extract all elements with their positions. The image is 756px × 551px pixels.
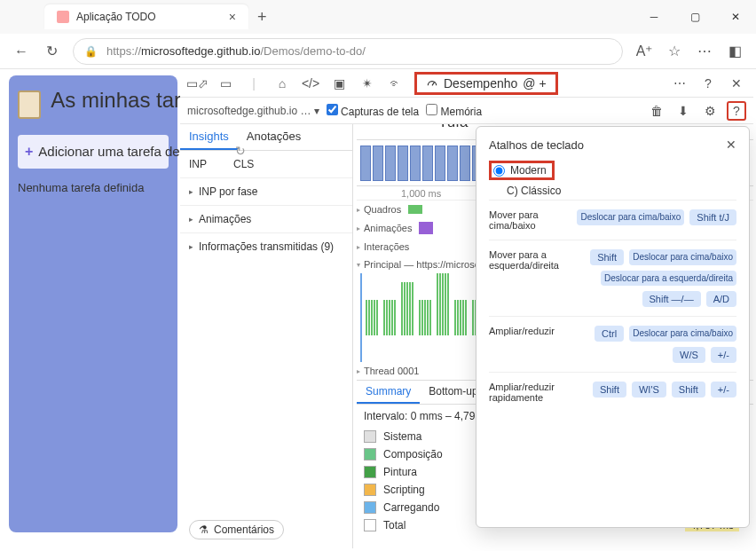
preset-classic[interactable]: C) Clássico xyxy=(489,182,736,200)
tab-summary[interactable]: Summary xyxy=(357,381,420,404)
window-titlebar: Aplicação TODO × + ─ ▢ ✕ xyxy=(0,0,756,34)
key-badge: Shift xyxy=(593,382,626,398)
reader-icon[interactable]: A⁺ xyxy=(635,43,653,60)
insight-inp-phase[interactable]: INP por fase xyxy=(180,177,352,205)
network-icon[interactable]: ᯤ xyxy=(386,74,406,93)
plus-icon: + xyxy=(25,144,33,159)
flask-icon: ⚗ xyxy=(199,523,209,536)
key-badge: Deslocar para cima/baixo xyxy=(577,209,684,225)
download-icon[interactable]: ⬇ xyxy=(673,101,693,121)
device-icon[interactable]: ▭ xyxy=(216,74,235,93)
shortcut-label: Mover para a esquerda/direita xyxy=(489,249,570,271)
tab-insights[interactable]: Insights xyxy=(180,124,238,150)
shortcut-section: Mover para cima/baixoDeslocar para cima/… xyxy=(489,200,736,240)
devtools-toolbar: ▭⬀ ▭ | ⌂ </> ▣ ✴ ᯤ Desempenho @ + ⋯ ? ✕ xyxy=(180,69,753,98)
shortcut-label: Ampliar/reduzir xyxy=(489,326,570,336)
preset-modern-radio[interactable] xyxy=(493,165,505,177)
insights-sidebar: Insights Anotações INP ↻ CLS INP por fas… xyxy=(180,124,353,548)
refresh-button[interactable]: ↻ xyxy=(43,43,60,60)
add-task-input[interactable]: +Adicionar uma tarefa de 16 mm xyxy=(18,135,169,169)
key-badge: Shift t/J xyxy=(689,209,736,225)
back-button[interactable]: ← xyxy=(12,43,30,60)
insight-transmitted[interactable]: Informações transmitidas (9) xyxy=(180,232,352,260)
shortcuts-help-button[interactable]: ? xyxy=(727,101,746,121)
metric-cls: CLS xyxy=(233,158,254,170)
key-badge: +/- xyxy=(711,347,736,363)
insights-tabs: Insights Anotações xyxy=(180,124,352,151)
preset-modern[interactable]: Modern xyxy=(489,161,555,180)
minimize-button[interactable]: ─ xyxy=(634,0,674,34)
key-badge: Shift xyxy=(590,249,624,265)
key-badge: Shift —/— xyxy=(642,291,701,307)
url-bar[interactable]: 🔒 https://microsoftedge.github.io/Demos/… xyxy=(73,38,623,65)
empty-state: Nenhuma tarefa definida xyxy=(18,181,169,194)
todo-app: As minhas tarefas +Adicionar uma tarefa … xyxy=(9,75,177,532)
shortcut-section: Ampliar/reduzirCtrlDeslocar para cima/ba… xyxy=(489,316,736,372)
lock-icon: 🔒 xyxy=(84,45,98,58)
key-badge: Ctrl xyxy=(595,326,624,342)
inspect-icon[interactable]: ▭⬀ xyxy=(187,74,207,93)
favorite-icon[interactable]: ☆ xyxy=(665,43,683,60)
shortcut-section: Ampliar/reduzir rapidamenteShiftWI'SShif… xyxy=(489,372,736,412)
key-badge: W/S xyxy=(673,347,705,363)
window-controls: ─ ▢ ✕ xyxy=(634,0,756,34)
close-window-button[interactable]: ✕ xyxy=(715,0,756,34)
settings-icon[interactable]: ⚙ xyxy=(700,101,720,121)
tab-title: Aplicação TODO xyxy=(76,11,222,23)
shortcut-label: Mover para cima/baixo xyxy=(489,209,570,231)
url-text: https://microsoftedge.github.io/Demos/de… xyxy=(106,44,366,58)
tab-close-icon[interactable]: × xyxy=(229,10,236,24)
comments-button[interactable]: ⚗ Comentários xyxy=(189,520,284,539)
key-badge: +/- xyxy=(711,382,736,398)
popup-title: Atalhos de teclado xyxy=(489,138,584,152)
console-icon[interactable]: ▣ xyxy=(329,74,349,93)
clipboard-icon xyxy=(18,91,41,119)
metrics-row: INP ↻ CLS xyxy=(180,151,352,177)
maximize-button[interactable]: ▢ xyxy=(674,0,715,34)
tab-annotations[interactable]: Anotações xyxy=(238,124,310,150)
shortcut-label: Ampliar/reduzir rapidamente xyxy=(489,382,586,403)
gauge-icon xyxy=(426,77,438,90)
help-icon[interactable]: ? xyxy=(698,74,718,93)
more-icon[interactable]: ⋯ xyxy=(696,43,713,60)
elements-icon[interactable]: </> xyxy=(301,74,320,93)
key-badge: Deslocar para cima/baixo xyxy=(629,326,736,342)
key-badge: Deslocar para cima/baixo xyxy=(629,249,736,265)
shortcut-section: Mover para a esquerda/direitaShiftDesloc… xyxy=(489,240,736,316)
home-icon[interactable]: ⌂ xyxy=(272,74,292,93)
memory-toggle[interactable]: Memória xyxy=(426,104,482,118)
key-badge: WI'S xyxy=(632,382,666,398)
browser-tab[interactable]: Aplicação TODO × xyxy=(44,4,248,29)
new-tab-button[interactable]: + xyxy=(257,8,267,27)
more-tools-icon[interactable]: ⋯ xyxy=(670,74,689,93)
key-badge: Shift xyxy=(672,382,705,398)
performance-toolbar: microsoftedge.github.io … ▾ Capturas de … xyxy=(180,98,753,124)
sources-icon[interactable]: ✴ xyxy=(358,74,377,93)
address-bar-row: ← ↻ 🔒 https://microsoftedge.github.io/De… xyxy=(0,34,756,69)
delete-icon[interactable]: 🗑 xyxy=(647,101,666,121)
favicon-icon xyxy=(57,11,69,23)
refresh-icon[interactable]: ↻ xyxy=(235,144,246,158)
sidebar-icon[interactable]: ◧ xyxy=(726,43,744,60)
shortcuts-popup: Atalhos de teclado ✕ Modern C) Clássico … xyxy=(476,126,750,528)
close-devtools-icon[interactable]: ✕ xyxy=(727,74,746,93)
tufa-label: Tufa xyxy=(438,124,468,131)
metric-inp: INP xyxy=(189,158,207,170)
screenshots-toggle[interactable]: Capturas de tela xyxy=(327,104,419,118)
key-badge: A/D xyxy=(706,291,736,307)
insight-animations[interactable]: Animações xyxy=(180,205,352,232)
popup-close-button[interactable]: ✕ xyxy=(726,138,736,152)
origin-label[interactable]: microsoftedge.github.io … ▾ xyxy=(187,105,319,117)
key-badge: Deslocar para a esquerda/direita xyxy=(601,271,736,286)
tab-performance[interactable]: Desempenho @ + xyxy=(414,72,558,95)
